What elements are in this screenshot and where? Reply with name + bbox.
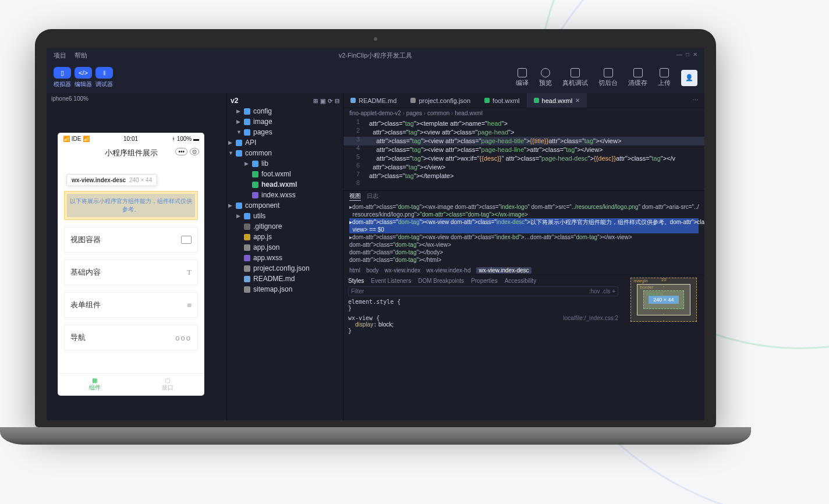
dom-node[interactable]: ▸dom-attr">class="dom-tag"><wx-image dom… [349,203,699,211]
mode-debugger[interactable]: ⫴ [95,67,113,79]
list-item[interactable]: 基础内容T [64,260,198,285]
editor-panel: README.mdproject.config.jsonfoot.wxmlhea… [343,93,704,420]
tree-item[interactable]: ▶component [228,200,342,211]
tree-item[interactable]: foot.wxml [228,169,342,179]
tree-item[interactable]: ▶lib [228,158,342,169]
devtools-tab-log[interactable]: 日志 [367,192,378,201]
mode-toggle-group: ▯模拟器 </>编辑器 ⫴调试器 [54,67,113,88]
phone-tabbar: ▦组件 ▢接口 [58,373,204,395]
close-icon[interactable]: ✕ [693,51,697,60]
project-root[interactable]: v2 [231,97,238,105]
tree-item[interactable]: ▶utils [228,211,342,221]
elements-crumb[interactable]: body [366,267,379,274]
dom-node[interactable]: dom-attr">class="dom-tag"></wx-view> [349,241,699,249]
text-icon: T [187,268,192,277]
maximize-icon[interactable]: □ [686,51,689,60]
mode-editor[interactable]: </> [75,67,92,79]
phone-statusbar: 📶 IDE 📶 10:01 ᚼ 100% ▬ [58,133,204,144]
styles-subtab[interactable]: Properties [471,278,498,284]
tree-item[interactable]: ▶config [228,106,342,116]
dom-node[interactable]: resources/kind/logo.png">"dom-attr">clas… [349,211,699,218]
tree-item[interactable]: app.json [228,242,342,253]
styles-subtab[interactable]: DOM Breakpoints [418,278,464,284]
tab-components[interactable]: ▦组件 [58,374,131,395]
list-item[interactable]: 视图容器 [64,227,198,253]
styles-subtab[interactable]: Accessibility [505,278,536,284]
new-folder-icon[interactable]: ▣ [320,98,325,104]
dom-node[interactable]: ▸dom-attr">class="dom-tag"><wx-view dom-… [349,233,699,241]
styles-hov-toggle[interactable]: :hov .cls + [589,288,615,294]
elements-panel[interactable]: ▸dom-attr">class="dom-tag"><wx-image dom… [343,202,704,266]
breadcrumb-segment[interactable]: head.wxml [449,110,483,116]
laptop-frame: 项目 帮助 v2-FinClip小程序开发工具 — □ ✕ ▯模拟器 </>编辑… [35,29,716,445]
elements-breadcrumb: htmlbodywx-view.indexwx-view.index-hdwx-… [343,266,704,275]
tree-item[interactable]: index.wxss [228,190,342,200]
tree-item[interactable]: .gitignore [228,221,342,232]
elements-crumb[interactable]: html [349,267,360,274]
tab-close-icon[interactable]: ✕ [575,97,580,104]
editor-tabs: README.mdproject.config.jsonfoot.wxmlhea… [343,93,704,108]
tree-item[interactable]: app.wxss [228,253,342,263]
tree-item[interactable]: ▼common [228,148,342,158]
upload-button[interactable]: 上传 [658,68,671,87]
editor-tab[interactable]: head.wxml✕ [527,93,587,108]
tree-item[interactable]: project.config.json [228,263,342,274]
css-rule[interactable]: element.style {} [348,299,618,311]
devtools-tab-view[interactable]: 视图 [349,192,361,201]
elements-crumb[interactable]: wx-view.index-desc [476,267,531,274]
refresh-icon[interactable]: ⟳ [328,98,332,104]
styles-filter-input[interactable]: Filter [351,288,364,294]
devtools-panel: 视图 日志 ▸dom-attr">class="dom-tag"><wx-ima… [343,190,704,420]
elements-crumb[interactable]: wx-view.index-hd [426,267,470,274]
cut-bg-button[interactable]: 切后台 [598,68,618,87]
tree-item[interactable]: ▶image [228,116,342,127]
window-title: v2-FinClip小程序开发工具 [47,51,704,60]
dom-node[interactable]: dom-attr">class="dom-tag"></body> [349,249,699,256]
tab-api[interactable]: ▢接口 [131,374,204,395]
remote-debug-button[interactable]: 真机调试 [562,68,588,87]
editor-tab[interactable]: README.md [343,93,403,108]
breadcrumb-segment[interactable]: fino-applet-demo-v2 [349,110,401,116]
new-file-icon[interactable]: ⊞ [313,98,318,104]
elements-crumb[interactable]: wx-view.index [385,267,421,274]
editor-tab[interactable]: foot.wxml [477,93,526,108]
collapse-icon[interactable]: ⊟ [335,98,339,104]
css-rule[interactable]: localfile:/_index.css:2wx-view { display… [348,315,618,334]
editor-tab[interactable]: project.config.json [403,93,477,108]
breadcrumb-segment[interactable]: pages [401,110,422,116]
mode-simulator[interactable]: ▯ [54,67,71,79]
preview-button[interactable]: 预览 [539,68,552,87]
styles-subtab[interactable]: Styles [348,278,364,284]
compile-button[interactable]: 编译 [516,68,529,87]
box-model: margin 10 border - padding - 240 × 4 [623,275,704,420]
breadcrumb: fino-applet-demo-v2pagescommonhead.wxml [343,108,704,118]
minimize-icon[interactable]: — [676,51,682,60]
code-editor[interactable]: attr">class="tag"><template attr">name="… [343,118,704,190]
dom-node[interactable]: ▸dom-attr">class="dom-tag"><wx-view dom-… [349,218,699,226]
clear-cache-button[interactable]: 清缓存 [628,68,647,87]
camera-dot [374,37,377,41]
list-item[interactable]: 导航ooo [64,325,198,350]
dom-node[interactable]: view> == $0 [349,226,699,233]
tree-item[interactable]: ▶API [228,137,342,148]
dom-node[interactable]: dom-attr">class="dom-tag"></html> [349,256,699,264]
tree-item[interactable]: README.md [228,274,342,284]
menu-project[interactable]: 项目 [54,51,66,60]
breadcrumb-segment[interactable]: common [422,110,449,116]
menu-help[interactable]: 帮助 [75,51,87,60]
capsule-menu-icon[interactable]: ••• [175,148,187,155]
tree-item[interactable]: app.js [228,232,342,242]
styles-subtab[interactable]: Event Listeners [371,278,411,284]
avatar[interactable]: 👤 [681,70,697,86]
tree-item[interactable]: sitemap.json [228,284,342,294]
tab-overflow-icon[interactable]: ⋯ [686,93,704,108]
list-item[interactable]: 表单组件≡ [64,292,198,318]
container-icon [181,236,192,244]
menubar: 项目 帮助 v2-FinClip小程序开发工具 — □ ✕ [47,48,704,63]
tree-item[interactable]: head.wxml [228,179,342,190]
laptop-base [0,427,751,445]
simulator-panel: iphone6 100% 📶 IDE 📶 10:01 ᚼ 100% ▬ 小程序组… [47,93,227,420]
file-explorer: v2 ⊞ ▣ ⟳ ⊟ ▶config▶image▼pages▶API▼commo… [227,93,343,420]
capsule-close-icon[interactable]: ⊙ [190,148,199,155]
tree-item[interactable]: ▼pages [228,127,342,137]
